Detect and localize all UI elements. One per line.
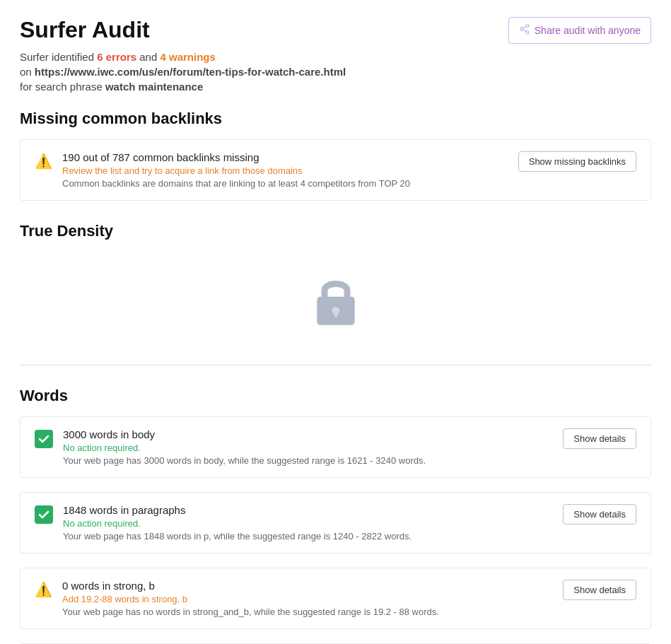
lock-container <box>20 252 651 358</box>
words-card-desc: Your web page has 3000 words in body, wh… <box>63 455 549 466</box>
phrase-line: for search phrase watch maintenance <box>20 81 651 93</box>
missing-backlinks-title: Missing common backlinks <box>20 110 651 128</box>
warning-icon: ⚠️ <box>35 153 52 170</box>
warning-icon: ⚠️ <box>35 581 52 598</box>
share-icon <box>519 23 530 37</box>
words-card: 3000 words in body No action required. Y… <box>20 416 651 478</box>
show-details-button[interactable]: Show details <box>563 504 636 525</box>
svg-rect-7 <box>334 310 337 317</box>
missing-backlinks-section: Missing common backlinks ⚠️ 190 out of 7… <box>20 110 651 201</box>
errors-count: 6 errors <box>97 51 136 63</box>
lock-icon <box>308 273 364 329</box>
summary-line: Surfer identified 6 errors and 4 warning… <box>20 51 651 63</box>
page-title: Surfer Audit <box>20 17 150 43</box>
backlinks-card-desc: Common backlinks are domains that are li… <box>62 178 504 189</box>
words-card-title: 1848 words in paragraphs <box>63 504 549 516</box>
words-card-desc: Your web page has 1848 words in p, while… <box>63 531 549 541</box>
warnings-count: 4 warnings <box>160 51 215 63</box>
show-missing-backlinks-button[interactable]: Show missing backlinks <box>518 151 636 172</box>
url-line: on https://www.iwc.com/us/en/forum/ten-t… <box>20 66 651 78</box>
words-card-action: Add 19.2-88 words in strong, b <box>62 594 549 604</box>
backlinks-card-action: Review the list and try to acquire a lin… <box>62 165 504 176</box>
true-density-section: True Density <box>20 222 651 358</box>
true-density-title: True Density <box>20 222 651 240</box>
svg-line-4 <box>523 26 527 28</box>
words-card-action: No action required. <box>63 518 549 529</box>
search-phrase: watch maintenance <box>105 81 203 93</box>
audit-url: https://www.iwc.com/us/en/forum/ten-tips… <box>35 66 346 78</box>
words-card-desc: Your web page has no words in strong_and… <box>62 607 549 617</box>
section-divider <box>20 365 651 365</box>
words-card-action: No action required. <box>63 443 549 453</box>
words-section: Words 3000 words in body No action requi… <box>20 387 651 644</box>
backlinks-card: ⚠️ 190 out of 787 common backlinks missi… <box>20 139 651 201</box>
words-card: 1848 words in paragraphs No action requi… <box>20 492 651 554</box>
words-card-title: 3000 words in body <box>63 428 549 440</box>
words-card-title: 0 words in strong, b <box>62 580 549 592</box>
check-icon <box>35 430 53 448</box>
check-icon <box>35 505 53 524</box>
words-title: Words <box>20 387 651 405</box>
share-audit-button[interactable]: Share audit with anyone <box>508 17 651 44</box>
share-button-label: Share audit with anyone <box>535 25 641 36</box>
svg-line-3 <box>523 30 527 32</box>
words-card: ⚠️ 0 words in strong, b Add 19.2-88 word… <box>20 568 651 629</box>
show-details-button[interactable]: Show details <box>563 580 636 600</box>
backlinks-card-title: 190 out of 787 common backlinks missing <box>62 151 504 163</box>
show-details-button[interactable]: Show details <box>563 428 636 449</box>
